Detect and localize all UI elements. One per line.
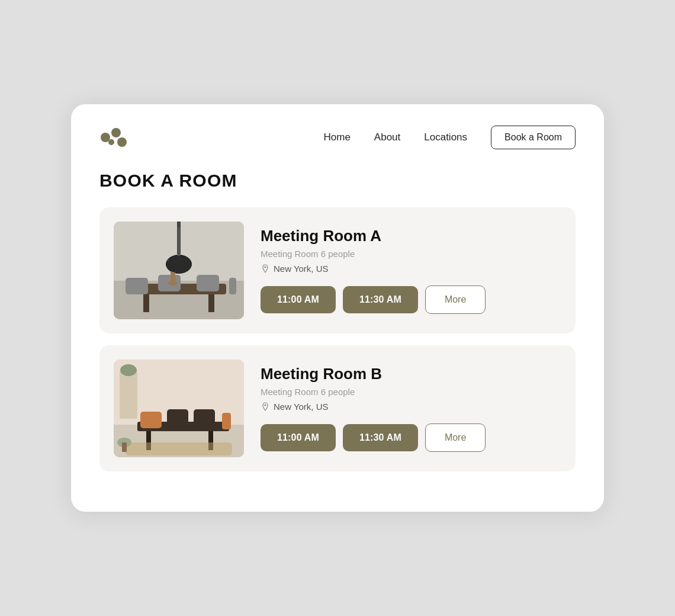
svg-rect-16 (171, 269, 175, 283)
room-type-b: Meeting Room 6 people (261, 387, 561, 397)
svg-point-2 (117, 137, 127, 147)
room-location-text-b: New York, US (274, 402, 329, 412)
svg-rect-6 (177, 222, 181, 254)
svg-rect-27 (140, 412, 162, 428)
svg-rect-22 (120, 371, 137, 419)
room-location-a: New York, US (261, 264, 561, 274)
time-btn-a-1[interactable]: 11:00 AM (261, 286, 336, 313)
more-btn-b[interactable]: More (425, 424, 486, 452)
svg-rect-31 (126, 442, 232, 455)
page-title: BOOK A ROOM (99, 171, 576, 191)
app-card: Home About Locations Book a Room BOOK A … (71, 104, 604, 512)
time-buttons-a: 11:00 AM 11:30 AM More (261, 285, 561, 314)
location-icon-a (261, 264, 270, 274)
svg-rect-10 (208, 294, 214, 312)
svg-point-0 (101, 133, 110, 142)
room-info-b: Meeting Room B Meeting Room 6 people New… (261, 365, 561, 452)
nav-link-about[interactable]: About (374, 131, 400, 143)
more-btn-a[interactable]: More (425, 285, 486, 314)
room-card-a: Meeting Room A Meeting Room 6 people New… (99, 207, 576, 333)
logo (99, 127, 128, 148)
room-b-illustration (114, 360, 244, 457)
svg-point-34 (265, 404, 266, 406)
svg-line-17 (168, 260, 173, 269)
svg-rect-9 (143, 294, 149, 312)
room-image-a (114, 222, 244, 319)
svg-rect-11 (126, 278, 148, 294)
room-type-a: Meeting Room 6 people (261, 249, 561, 259)
svg-rect-13 (197, 275, 219, 291)
nav-link-home[interactable]: Home (323, 131, 350, 143)
svg-rect-30 (222, 413, 231, 429)
svg-rect-28 (167, 409, 188, 427)
svg-line-18 (173, 257, 179, 269)
svg-point-3 (108, 139, 114, 145)
svg-point-1 (111, 128, 121, 137)
svg-point-19 (265, 266, 266, 268)
room-card-b: Meeting Room B Meeting Room 6 people New… (99, 345, 576, 471)
room-location-text-a: New York, US (274, 264, 329, 274)
time-btn-b-1[interactable]: 11:00 AM (261, 424, 336, 451)
time-btn-a-2[interactable]: 11:30 AM (343, 286, 418, 313)
svg-point-7 (166, 255, 192, 274)
room-name-b: Meeting Room B (261, 365, 561, 383)
navbar: Home About Locations Book a Room (99, 126, 576, 149)
nav-links: Home About Locations Book a Room (323, 126, 576, 149)
svg-rect-29 (194, 409, 215, 427)
time-btn-b-2[interactable]: 11:30 AM (343, 424, 418, 451)
room-a-illustration (114, 222, 244, 319)
room-info-a: Meeting Room A Meeting Room 6 people New… (261, 227, 561, 314)
nav-link-locations[interactable]: Locations (424, 131, 467, 143)
svg-rect-14 (229, 278, 236, 294)
svg-point-23 (120, 364, 137, 376)
logo-icon (99, 127, 128, 148)
nav-book-button[interactable]: Book a Room (491, 126, 576, 149)
time-buttons-b: 11:00 AM 11:30 AM More (261, 424, 561, 452)
location-icon-b (261, 402, 270, 412)
room-image-b (114, 360, 244, 457)
room-name-a: Meeting Room A (261, 227, 561, 245)
room-location-b: New York, US (261, 402, 561, 412)
svg-rect-33 (122, 442, 127, 452)
